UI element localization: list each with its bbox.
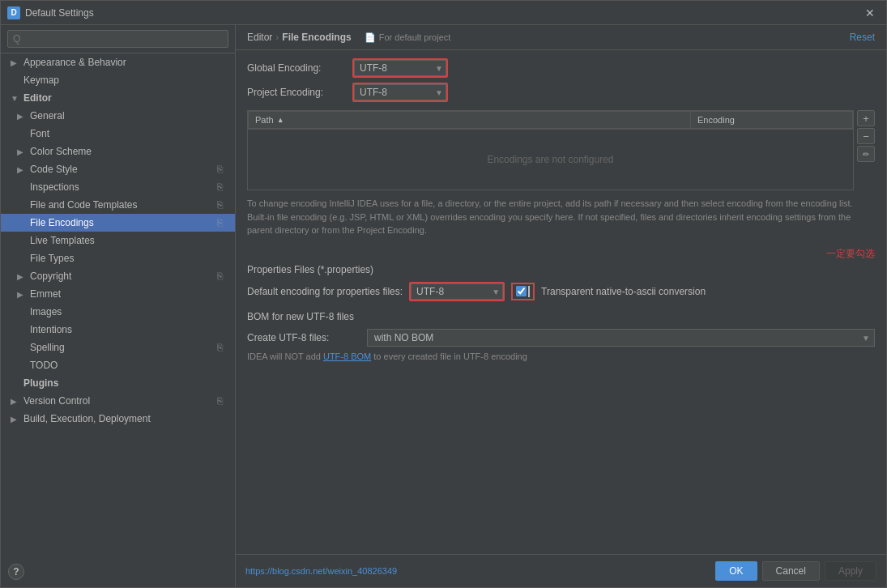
- sidebar-item-label: Version Control: [23, 395, 90, 407]
- sidebar-item-label: Color Scheme: [30, 146, 92, 157]
- path-table: Path ▲ Encoding Encodings are not config…: [247, 110, 854, 190]
- sidebar-item-build-execution[interactable]: ▶ Build, Execution, Deployment: [1, 410, 235, 428]
- search-input[interactable]: [7, 30, 228, 48]
- arrow-spacer: [17, 361, 27, 370]
- properties-encoding-select-wrapper: UTF-8 UTF-16 ISO-8859-1 System Default ▼: [409, 282, 505, 301]
- properties-row: Default encoding for properties files: U…: [247, 282, 875, 301]
- sidebar-item-images[interactable]: Images: [1, 303, 235, 321]
- close-button[interactable]: ✕: [860, 5, 880, 21]
- add-path-button[interactable]: +: [857, 110, 875, 126]
- annotation-text: 一定要勾选: [247, 247, 875, 261]
- sidebar-item-color-scheme[interactable]: ▶ Color Scheme: [1, 143, 235, 160]
- sidebar-item-label: Images: [30, 306, 62, 317]
- arrow-spacer: [17, 201, 27, 210]
- copy-icon: ⎘: [217, 271, 228, 282]
- bom-select[interactable]: with NO BOM with BOM with BOM (macOS): [367, 329, 875, 347]
- info-text: To change encoding IntelliJ IDEA uses fo…: [247, 197, 875, 237]
- global-encoding-select-wrapper: UTF-8 UTF-16 ISO-8859-1 System Default ▼: [352, 58, 448, 78]
- reset-link[interactable]: Reset: [850, 32, 875, 43]
- help-button[interactable]: ?: [8, 564, 24, 580]
- global-encoding-select[interactable]: UTF-8 UTF-16 ISO-8859-1 System Default: [354, 60, 446, 76]
- sidebar-item-plugins[interactable]: Plugins: [1, 374, 235, 392]
- sidebar-item-live-templates[interactable]: Live Templates: [1, 232, 235, 249]
- sidebar-item-intentions[interactable]: Intentions: [1, 321, 235, 339]
- sidebar-item-file-types[interactable]: File Types: [1, 249, 235, 267]
- sidebar-item-font[interactable]: Font: [1, 125, 235, 143]
- sidebar-item-label: Build, Execution, Deployment: [23, 413, 151, 424]
- edit-path-button[interactable]: ✏: [857, 146, 875, 162]
- sidebar-item-file-code-templates[interactable]: File and Code Templates ⎘: [1, 196, 235, 214]
- arrow-spacer: [17, 326, 27, 334]
- sidebar-item-label: Appearance & Behavior: [23, 57, 126, 68]
- transparent-checkbox-wrapper: [511, 283, 535, 300]
- sidebar-item-spelling[interactable]: Spelling ⎘: [1, 339, 235, 356]
- main-content: ▶ Appearance & Behavior Keymap ▼ Editor …: [1, 25, 886, 587]
- copy-icon: ⎘: [217, 181, 228, 193]
- path-col-label: Path: [255, 115, 274, 125]
- sidebar-item-file-encodings[interactable]: File Encodings ⎘: [1, 214, 235, 232]
- arrow-spacer: [17, 254, 27, 263]
- bom-create-label: Create UTF-8 files:: [247, 332, 360, 343]
- cancel-button[interactable]: Cancel: [762, 561, 820, 581]
- sidebar-item-keymap[interactable]: Keymap: [1, 71, 235, 89]
- transparent-label[interactable]: Transparent native-to-ascii conversion: [541, 286, 706, 297]
- sidebar-item-copyright[interactable]: ▶ Copyright ⎘: [1, 267, 235, 285]
- transparent-checkbox[interactable]: [516, 286, 527, 296]
- sidebar-item-label: File and Code Templates: [30, 199, 138, 211]
- right-panel: Editor › File Encodings 📄 For default pr…: [236, 25, 886, 587]
- table-action-buttons: + − ✏: [857, 110, 875, 190]
- bottom-url: https://blog.csdn.net/weixin_40826349: [245, 566, 710, 576]
- sidebar-item-label: File Encodings: [30, 217, 94, 228]
- sidebar-item-editor[interactable]: ▼ Editor: [1, 89, 235, 107]
- sidebar-item-label: Emmet: [30, 288, 61, 300]
- breadcrumb-separator: ›: [275, 32, 279, 43]
- path-table-wrapper: Path ▲ Encoding Encodings are not config…: [247, 110, 875, 190]
- path-column-header[interactable]: Path ▲: [249, 112, 690, 128]
- sidebar-item-version-control[interactable]: ▶ Version Control ⎘: [1, 392, 235, 410]
- sidebar-item-label: Spelling: [30, 342, 65, 353]
- sidebar-item-label: Inspections: [30, 181, 79, 193]
- arrow-spacer: [17, 308, 27, 317]
- ok-button[interactable]: OK: [715, 561, 757, 581]
- sidebar-item-todo[interactable]: TODO: [1, 356, 235, 374]
- properties-encoding-select[interactable]: UTF-8 UTF-16 ISO-8859-1 System Default: [411, 283, 503, 300]
- arrow-spacer: [17, 183, 27, 192]
- arrow-spacer: [11, 379, 20, 388]
- global-encoding-row: Global Encoding: UTF-8 UTF-16 ISO-8859-1…: [247, 58, 875, 78]
- cursor-indicator: [528, 286, 530, 297]
- properties-section-title: Properties Files (*.properties): [247, 264, 875, 275]
- properties-label: Default encoding for properties files:: [247, 286, 403, 297]
- panel-header: Editor › File Encodings 📄 For default pr…: [236, 25, 886, 50]
- global-encoding-label: Global Encoding:: [247, 62, 352, 74]
- project-encoding-label: Project Encoding:: [247, 87, 352, 98]
- remove-path-button[interactable]: −: [857, 128, 875, 144]
- utf8-bom-link[interactable]: UTF-8 BOM: [323, 352, 371, 361]
- arrow-icon: ▼: [11, 94, 20, 103]
- arrow-icon: ▶: [17, 272, 27, 281]
- encoding-column-header[interactable]: Encoding: [690, 112, 852, 128]
- arrow-icon: ▶: [11, 415, 20, 424]
- sidebar-item-label: TODO: [30, 360, 58, 371]
- for-default-label: 📄 For default project: [365, 32, 451, 43]
- sidebar-item-appearance[interactable]: ▶ Appearance & Behavior: [1, 53, 235, 71]
- arrow-icon: ▶: [17, 165, 27, 174]
- window-title: Default Settings: [25, 7, 860, 19]
- project-encoding-select[interactable]: UTF-8 UTF-16 ISO-8859-1 System Default: [354, 84, 446, 100]
- sidebar-item-inspections[interactable]: Inspections ⎘: [1, 178, 235, 196]
- path-table-header: Path ▲ Encoding: [248, 111, 853, 130]
- sidebar-item-label: Plugins: [23, 377, 58, 389]
- sidebar-item-label: General: [30, 110, 65, 121]
- sidebar-item-emmet[interactable]: ▶ Emmet: [1, 285, 235, 303]
- breadcrumb-root: Editor: [247, 32, 272, 43]
- bom-note: IDEA will NOT add UTF-8 BOM to every cre…: [247, 352, 875, 361]
- sidebar-item-code-style[interactable]: ▶ Code Style ⎘: [1, 160, 235, 178]
- breadcrumb: Editor › File Encodings: [247, 32, 352, 43]
- apply-button[interactable]: Apply: [825, 561, 876, 581]
- copy-icon: ⎘: [217, 217, 228, 228]
- window: D Default Settings ✕ ▶ Appearance & Beha…: [0, 0, 887, 588]
- file-icon: 📄: [365, 32, 376, 43]
- encoding-col-label: Encoding: [697, 115, 735, 125]
- sidebar-item-general[interactable]: ▶ General: [1, 107, 235, 125]
- search-box: [1, 25, 235, 53]
- sidebar: ▶ Appearance & Behavior Keymap ▼ Editor …: [1, 25, 236, 587]
